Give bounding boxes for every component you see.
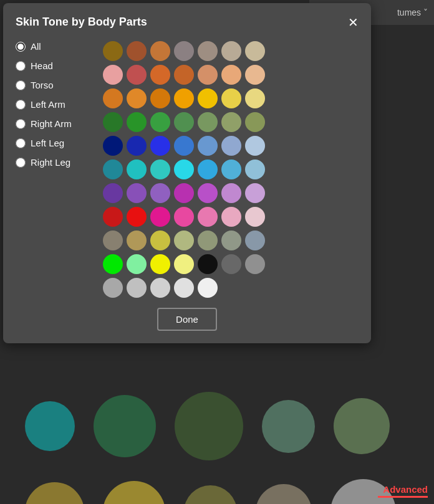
color-dot[interactable]	[245, 159, 265, 179]
radio-torso[interactable]	[16, 80, 26, 90]
color-dot[interactable]	[174, 136, 194, 156]
color-dot[interactable]	[198, 41, 218, 61]
color-dot[interactable]	[198, 254, 218, 274]
color-dot[interactable]	[221, 231, 241, 250]
color-dot[interactable]	[150, 136, 170, 156]
color-dot[interactable]	[150, 231, 170, 250]
color-dot[interactable]	[174, 41, 194, 61]
radio-item-left-arm[interactable]: Left Arm	[16, 99, 90, 110]
color-dot[interactable]	[245, 41, 265, 61]
color-dot[interactable]	[103, 65, 123, 85]
color-dot[interactable]	[221, 183, 241, 203]
color-dot[interactable]	[150, 183, 170, 203]
color-dot[interactable]	[174, 88, 194, 108]
color-dot[interactable]	[174, 207, 194, 227]
radio-head[interactable]	[16, 61, 26, 71]
radio-right-arm[interactable]	[16, 119, 26, 129]
color-dot[interactable]	[127, 41, 147, 61]
color-dot[interactable]	[245, 254, 265, 274]
radio-item-left-leg[interactable]: Left Leg	[16, 138, 90, 148]
close-button[interactable]: ✕	[348, 16, 359, 29]
color-dot[interactable]	[127, 254, 147, 274]
color-dot[interactable]	[127, 159, 147, 179]
color-dot[interactable]	[198, 183, 218, 203]
radio-all[interactable]	[16, 42, 26, 52]
color-dot[interactable]	[221, 65, 241, 85]
bg-circle	[175, 392, 243, 460]
color-dot[interactable]	[245, 136, 265, 156]
color-dot[interactable]	[221, 207, 241, 227]
color-dot[interactable]	[174, 183, 194, 203]
color-dot[interactable]	[103, 254, 123, 274]
color-dot[interactable]	[198, 88, 218, 108]
color-dot[interactable]	[174, 159, 194, 179]
color-dot[interactable]	[127, 65, 147, 85]
color-dot[interactable]	[198, 207, 218, 227]
color-dot[interactable]	[221, 136, 241, 156]
color-dot[interactable]	[127, 136, 147, 156]
color-dot[interactable]	[150, 41, 170, 61]
color-dot[interactable]	[245, 112, 265, 132]
color-dot[interactable]	[103, 207, 123, 227]
color-row-9	[103, 254, 265, 274]
color-dot[interactable]	[150, 65, 170, 85]
color-dot[interactable]	[198, 278, 218, 298]
color-dot[interactable]	[198, 136, 218, 156]
color-dot[interactable]	[221, 88, 241, 108]
color-dot[interactable]	[245, 65, 265, 85]
radio-item-all[interactable]: All	[16, 41, 90, 52]
dialog-title: Skin Tone by Body Parts	[16, 16, 147, 29]
color-dot[interactable]	[198, 112, 218, 132]
bg-circle	[262, 400, 315, 453]
color-dot[interactable]	[103, 88, 123, 108]
color-dot[interactable]	[103, 41, 123, 61]
color-dot[interactable]	[103, 159, 123, 179]
radio-item-right-leg[interactable]: Right Leg	[16, 157, 90, 168]
radio-item-head[interactable]: Head	[16, 60, 90, 71]
color-dot[interactable]	[221, 159, 241, 179]
dialog-body: All Head Torso Left Arm Right Arm Left L…	[16, 41, 359, 298]
radio-item-right-arm[interactable]: Right Arm	[16, 118, 90, 129]
color-dot[interactable]	[127, 278, 147, 298]
color-dot[interactable]	[103, 183, 123, 203]
radio-left-arm[interactable]	[16, 100, 26, 110]
done-button[interactable]: Done	[157, 308, 217, 331]
color-dot[interactable]	[150, 88, 170, 108]
color-dot[interactable]	[245, 207, 265, 227]
color-dot[interactable]	[127, 231, 147, 250]
radio-item-torso[interactable]: Torso	[16, 80, 90, 90]
background-circles	[0, 379, 434, 504]
color-dot[interactable]	[198, 159, 218, 179]
color-dot[interactable]	[150, 159, 170, 179]
color-dot[interactable]	[150, 207, 170, 227]
color-dot[interactable]	[221, 112, 241, 132]
color-dot[interactable]	[221, 254, 241, 274]
color-dot[interactable]	[245, 231, 265, 250]
color-dot[interactable]	[150, 112, 170, 132]
color-dot[interactable]	[103, 112, 123, 132]
color-dot[interactable]	[174, 65, 194, 85]
radio-right-leg[interactable]	[16, 158, 26, 168]
color-dot[interactable]	[127, 112, 147, 132]
color-dot[interactable]	[245, 183, 265, 203]
radio-label-torso: Torso	[31, 80, 54, 90]
color-dot[interactable]	[174, 112, 194, 132]
color-dot[interactable]	[245, 88, 265, 108]
color-dot[interactable]	[198, 231, 218, 250]
radio-label-right-arm: Right Arm	[31, 118, 72, 129]
color-dot[interactable]	[150, 278, 170, 298]
color-dot[interactable]	[221, 41, 241, 61]
color-dot[interactable]	[103, 278, 123, 298]
color-dot[interactable]	[103, 136, 123, 156]
color-dot[interactable]	[150, 254, 170, 274]
color-dot[interactable]	[198, 65, 218, 85]
radio-left-leg[interactable]	[16, 138, 26, 148]
color-dot[interactable]	[174, 231, 194, 250]
color-dot[interactable]	[174, 278, 194, 298]
body-parts-list: All Head Torso Left Arm Right Arm Left L…	[16, 41, 90, 298]
color-dot[interactable]	[127, 207, 147, 227]
color-dot[interactable]	[103, 231, 123, 250]
color-dot[interactable]	[127, 183, 147, 203]
color-dot[interactable]	[174, 254, 194, 274]
color-dot[interactable]	[127, 88, 147, 108]
